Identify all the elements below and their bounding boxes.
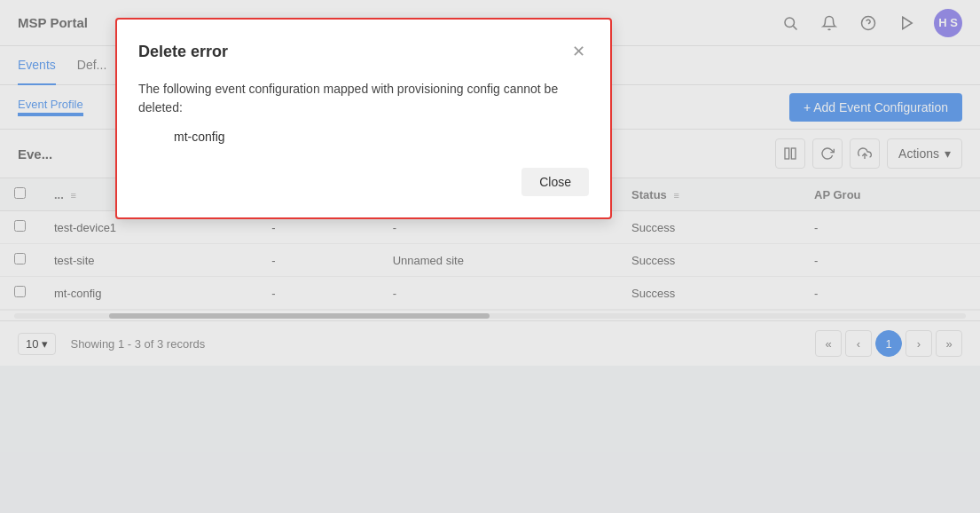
modal-body: The following event configuration mapped…: [138, 80, 589, 146]
modal-title: Delete error: [138, 43, 228, 61]
modal-footer: Close: [138, 168, 589, 196]
modal-close-button[interactable]: ✕: [568, 41, 589, 62]
modal-overlay: Delete error ✕ The following event confi…: [0, 0, 980, 513]
delete-error-modal: Delete error ✕ The following event confi…: [115, 18, 612, 219]
modal-config-name: mt-config: [174, 128, 589, 146]
modal-header: Delete error ✕: [138, 41, 589, 62]
modal-close-action-button[interactable]: Close: [521, 168, 589, 196]
